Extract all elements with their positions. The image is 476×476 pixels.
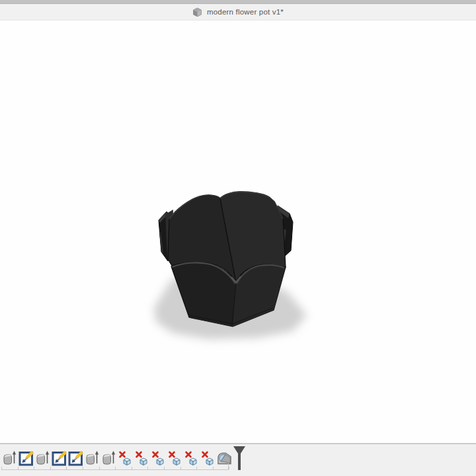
timeline-ruler-tick: [164, 467, 165, 469]
extrude-icon: [103, 451, 115, 464]
timeline-feature-extrude-3[interactable]: [34, 448, 51, 468]
timeline-feature-extrude-7[interactable]: [100, 448, 117, 468]
timeline-feature-extrude-1[interactable]: [1, 448, 18, 468]
timeline-ruler-tick: [83, 467, 83, 469]
timeline-ruler-tick: [99, 467, 100, 469]
sketch-icon: [69, 452, 83, 465]
timeline-ruler-tick: [147, 467, 148, 469]
flower-pot-model[interactable]: [145, 178, 317, 364]
feature-error-icon: [186, 452, 196, 465]
timeline-ruler: [1, 469, 229, 470]
timeline-features: [1, 448, 233, 468]
timeline-ruler-tick: [180, 467, 181, 469]
timeline-ruler-tick: [115, 467, 116, 469]
timeline-ruler-tick: [213, 467, 214, 469]
timeline-ruler-tick: [34, 467, 34, 469]
timeline-feature-sketch-2[interactable]: [18, 448, 34, 468]
timeline-feature-error-13[interactable]: [200, 448, 216, 468]
timeline-feature-error-8[interactable]: [117, 448, 134, 468]
timeline-feature-error-12[interactable]: [183, 448, 200, 468]
extrude-icon: [87, 451, 99, 464]
fusion-app-window: modern flower pot v1*: [0, 0, 476, 476]
timeline-ruler-tick: [196, 467, 197, 469]
sketch-icon: [20, 452, 33, 465]
timeline-ruler-tick: [66, 467, 67, 469]
timeline-ruler-tick: [18, 467, 19, 469]
timeline-ruler-tick: [132, 467, 132, 469]
extrude-icon: [4, 451, 16, 464]
sketch-icon: [53, 452, 66, 465]
document-tab-bar: modern flower pot v1*: [0, 4, 476, 20]
timeline-feature-fillet-14[interactable]: [216, 448, 233, 468]
document-title: modern flower pot v1*: [207, 8, 284, 16]
feature-error-icon: [136, 452, 147, 465]
document-tab[interactable]: modern flower pot v1*: [182, 4, 294, 20]
timeline-feature-error-11[interactable]: [167, 448, 183, 468]
viewport-canvas[interactable]: [0, 21, 476, 443]
timeline-feature-sketch-4[interactable]: [51, 448, 67, 468]
timeline-playhead[interactable]: [233, 446, 246, 471]
timeline-feature-error-9[interactable]: [134, 448, 150, 468]
timeline-feature-sketch-5[interactable]: [67, 448, 84, 468]
extrude-icon: [37, 451, 49, 464]
fillet-icon: [218, 453, 231, 463]
feature-error-icon: [169, 452, 180, 465]
feature-error-icon: [153, 452, 163, 465]
feature-error-icon: [120, 452, 130, 465]
feature-error-icon: [202, 452, 213, 465]
timeline-bar: [0, 443, 476, 476]
document-cube-icon: [192, 7, 202, 17]
timeline-ruler-tick: [229, 467, 229, 469]
timeline-ruler-tick: [1, 467, 2, 469]
timeline-feature-error-10[interactable]: [150, 448, 167, 468]
timeline-feature-extrude-6[interactable]: [84, 448, 100, 468]
timeline-ruler-tick: [50, 467, 51, 469]
